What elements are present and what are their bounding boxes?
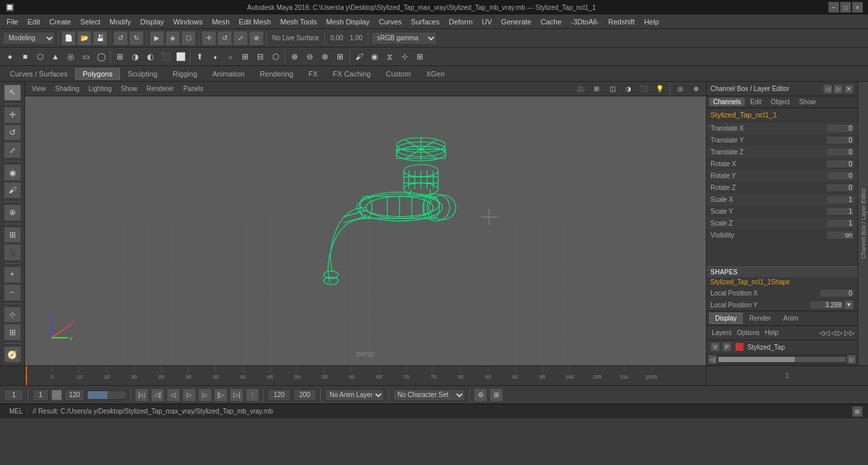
smooth-icon-btn[interactable]: ◑	[128, 49, 142, 64]
cone-icon-btn[interactable]: ▲	[48, 49, 63, 64]
new-button[interactable]: 📄	[61, 31, 76, 46]
layer-visibility-toggle[interactable]: V	[710, 342, 720, 352]
zoom-in-button[interactable]: +	[4, 266, 21, 283]
symmetry-icon-btn[interactable]: ⧖	[382, 49, 397, 64]
paint-effects-icon-btn[interactable]: 🖌	[352, 49, 366, 64]
tab-fx[interactable]: FX	[301, 68, 325, 80]
menu-surfaces[interactable]: Surfaces	[407, 16, 444, 27]
frame-slider[interactable]	[51, 390, 62, 400]
menu-edit[interactable]: Edit	[24, 16, 44, 27]
range-start-input[interactable]	[268, 389, 291, 401]
menu-create[interactable]: Create	[45, 16, 75, 27]
go-to-start-button[interactable]: |◁	[135, 388, 148, 402]
grid-icon-btn[interactable]: ⊞	[413, 49, 427, 64]
tab-animation[interactable]: Animation	[205, 68, 252, 80]
flat-icon-btn[interactable]: ◐	[143, 49, 158, 64]
cylinder-icon-btn[interactable]: ⬡	[33, 49, 47, 64]
range-end-input[interactable]	[293, 389, 316, 401]
move-button[interactable]: ✛	[202, 31, 216, 46]
anim-prefs-button[interactable]: ⚙	[474, 388, 487, 402]
close-button[interactable]: ×	[852, 2, 863, 13]
menu-deform[interactable]: Deform	[445, 16, 477, 27]
bevel-icon-btn[interactable]: ⬧	[208, 49, 222, 64]
frame-indicator[interactable]	[51, 390, 62, 400]
menu-3dtall[interactable]: -3DtoAll-	[567, 16, 603, 27]
plane-icon-btn[interactable]: ▭	[78, 49, 93, 64]
extrude-icon-btn[interactable]: ⬆	[192, 49, 207, 64]
vp-menu-lighting[interactable]: Lighting	[84, 84, 115, 93]
camera-button[interactable]: 🎥	[4, 244, 21, 261]
timeline-ruler[interactable]: 1 5 10 15 20 25 30 35 40 45 50 55 60 65 …	[25, 366, 706, 385]
paint-select-button[interactable]: ⬡	[181, 31, 196, 46]
status-settings-button[interactable]: ⊞	[852, 406, 863, 417]
tab-curves-surfaces[interactable]: Curves / Surfaces	[3, 68, 74, 80]
vp-shading-icon-btn[interactable]: ◑	[621, 82, 635, 96]
menu-select[interactable]: Select	[76, 16, 105, 27]
universal-manip-button[interactable]: ⊕	[249, 31, 264, 46]
menu-file[interactable]: File	[3, 16, 22, 27]
soft-select-icon-btn[interactable]: ◉	[367, 49, 382, 64]
viewport-canvas[interactable]: X Y Z persp	[25, 96, 706, 364]
timeline[interactable]: 1 5 10 15 20 25 30 35 40 45 50 55 60 65 …	[0, 365, 868, 385]
select-tool-button[interactable]: ↖	[4, 84, 21, 101]
tab-sculpting[interactable]: Sculpting	[121, 68, 165, 80]
scroll-right-button[interactable]: ▷	[847, 355, 856, 364]
menu-modify[interactable]: Modify	[105, 16, 134, 27]
vp-grid-icon-btn[interactable]: ⊞	[589, 82, 604, 96]
lasso-select-button[interactable]: ◈	[165, 31, 180, 46]
grid-display-button[interactable]: ⊞	[4, 227, 21, 243]
tab-custom[interactable]: Custom	[379, 68, 419, 80]
tab-object[interactable]: Object	[767, 98, 794, 106]
scale-tool-button[interactable]: ⤢	[4, 142, 21, 158]
show-manip-button[interactable]: ⊕	[4, 204, 21, 221]
combine-icon-btn[interactable]: ⊕	[287, 49, 302, 64]
layer-arrow-first[interactable]: ◁◁	[819, 329, 830, 336]
vp-menu-panels[interactable]: Panels	[179, 84, 208, 93]
menu-display[interactable]: Display	[136, 16, 168, 27]
vp-isolate-btn[interactable]: ◎	[673, 82, 687, 96]
vp-wireframe-icon-btn[interactable]: ◫	[605, 82, 620, 96]
snap-icon-btn[interactable]: ⊹	[397, 49, 412, 64]
open-button[interactable]: 📂	[77, 31, 92, 46]
snap-grid-button[interactable]: ⊞	[4, 324, 21, 340]
tab-rigging[interactable]: Rigging	[165, 68, 204, 80]
zoom-out-button[interactable]: −	[4, 284, 21, 301]
paint-tool-button[interactable]: 🖌	[4, 182, 21, 199]
channel-expand-button[interactable]: ▷	[834, 84, 843, 94]
prev-frame-button[interactable]: ◁	[167, 388, 180, 402]
box-icon-btn[interactable]: ■	[18, 49, 32, 64]
tab-channels[interactable]: Channels	[709, 98, 745, 106]
undo-button[interactable]: ↺	[113, 31, 128, 46]
texture-icon-btn[interactable]: ⬛	[158, 49, 173, 64]
tab-fx-caching[interactable]: FX Caching	[326, 68, 378, 80]
options-tab[interactable]: Options	[734, 329, 762, 336]
menu-mesh-tools[interactable]: Mesh Tools	[276, 16, 320, 27]
vp-menu-show[interactable]: Show	[117, 84, 141, 93]
menu-windows[interactable]: Windows	[169, 16, 207, 27]
char-set-selector[interactable]: No Character Set	[393, 389, 465, 401]
layer-scrollbar[interactable]: ◁ ▷	[707, 354, 857, 365]
start-frame-input[interactable]	[32, 389, 49, 401]
local-pos-y-expand[interactable]: ▼	[844, 300, 854, 309]
maximize-button[interactable]: □	[840, 2, 851, 13]
range-bar[interactable]	[87, 390, 127, 400]
anim-filter-button[interactable]: ⊞	[490, 388, 503, 402]
soft-select-tool-button[interactable]: ◉	[4, 164, 21, 181]
redo-button[interactable]: ↻	[129, 31, 144, 46]
menu-mesh-display[interactable]: Mesh Display	[322, 16, 374, 27]
scroll-track[interactable]	[718, 357, 846, 362]
disk-icon-btn[interactable]: ◯	[94, 49, 108, 64]
play-options-button[interactable]: ⋮	[246, 388, 259, 402]
menu-generate[interactable]: Generate	[497, 16, 535, 27]
channel-close-button[interactable]: ✕	[844, 84, 854, 94]
torus-icon-btn[interactable]: ◎	[63, 49, 78, 64]
axis-align-button[interactable]: ⊹	[4, 307, 21, 323]
mode-selector[interactable]: Modeling	[3, 32, 55, 45]
sphere-icon-btn[interactable]: ●	[3, 49, 17, 64]
vp-menu-renderer[interactable]: Renderer	[142, 84, 178, 93]
split-icon-btn[interactable]: ⊟	[253, 49, 268, 64]
menu-help[interactable]: Help	[640, 16, 663, 27]
layer-arrow-prev[interactable]: ◁	[831, 329, 836, 336]
save-button[interactable]: 💾	[93, 31, 107, 46]
separate-icon-btn[interactable]: ⊖	[303, 49, 317, 64]
